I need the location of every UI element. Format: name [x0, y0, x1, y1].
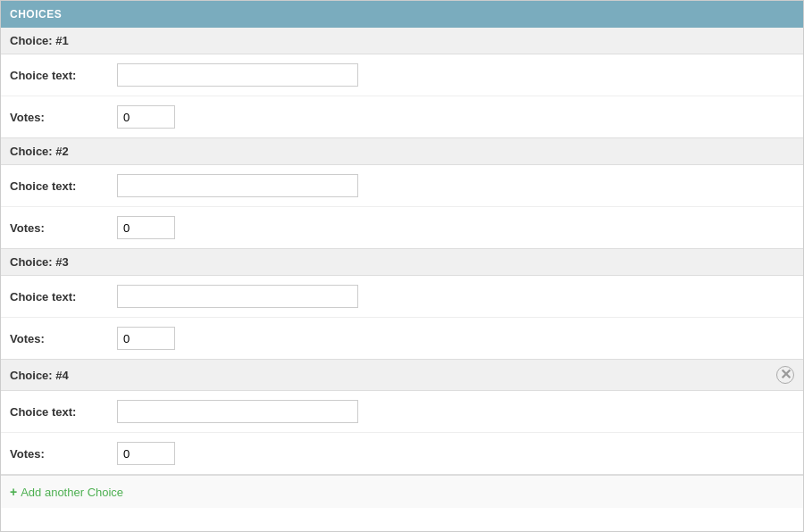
choice-text-row-1: Choice text:	[1, 54, 803, 96]
votes-row-1: Votes:	[1, 96, 803, 137]
plus-icon: +	[10, 485, 17, 499]
votes-input-1[interactable]	[117, 105, 175, 129]
choice-block-1: Choice: #1Choice text:Votes:	[1, 28, 803, 138]
choice-block-2: Choice: #2Choice text:Votes:	[1, 138, 803, 249]
votes-label-1: Votes:	[10, 111, 117, 124]
add-another-row: + Add another Choice	[1, 475, 803, 508]
choice-text-label-1: Choice text:	[10, 69, 117, 82]
delete-choice-4-button[interactable]: ✕	[776, 366, 794, 384]
section-header: CHOICES	[1, 1, 803, 28]
votes-row-2: Votes:	[1, 207, 803, 248]
votes-input-2[interactable]	[117, 216, 175, 239]
choice-title-row-3: Choice: #3	[1, 249, 803, 276]
add-another-choice-link[interactable]: + Add another Choice	[10, 485, 123, 499]
choice-text-input-3[interactable]	[117, 285, 358, 308]
choice-text-label-2: Choice text:	[10, 179, 117, 193]
section-header-label: CHOICES	[10, 8, 62, 21]
votes-row-3: Votes:	[1, 318, 803, 359]
choice-text-row-4: Choice text:	[1, 391, 803, 433]
votes-label-2: Votes:	[10, 221, 117, 235]
votes-input-3[interactable]	[117, 327, 175, 350]
choice-block-4: Choice: #4✕Choice text:Votes:	[1, 360, 803, 475]
choice-title-3: Choice: #3	[10, 255, 69, 269]
choices-container: Choice: #1Choice text:Votes:Choice: #2Ch…	[1, 28, 803, 475]
choice-text-label-4: Choice text:	[10, 405, 117, 419]
votes-label-4: Votes:	[10, 447, 117, 461]
choice-text-input-4[interactable]	[117, 400, 358, 423]
add-another-label: Add another Choice	[21, 486, 123, 499]
choice-title-row-1: Choice: #1	[1, 28, 803, 54]
choice-text-input-2[interactable]	[117, 174, 358, 197]
votes-row-4: Votes:	[1, 433, 803, 474]
choice-title-row-4: Choice: #4✕	[1, 360, 803, 391]
votes-label-3: Votes:	[10, 332, 117, 345]
choice-text-row-2: Choice text:	[1, 165, 803, 207]
choice-title-row-2: Choice: #2	[1, 138, 803, 165]
choice-text-input-1[interactable]	[117, 63, 358, 87]
page-container: CHOICES Choice: #1Choice text:Votes:Choi…	[0, 0, 804, 532]
choice-title-2: Choice: #2	[10, 145, 69, 158]
choice-text-row-3: Choice text:	[1, 276, 803, 318]
choice-title-4: Choice: #4	[10, 369, 69, 382]
choice-text-label-3: Choice text:	[10, 290, 117, 303]
choice-block-3: Choice: #3Choice text:Votes:	[1, 249, 803, 360]
votes-input-4[interactable]	[117, 442, 175, 465]
choice-title-1: Choice: #1	[10, 34, 69, 47]
